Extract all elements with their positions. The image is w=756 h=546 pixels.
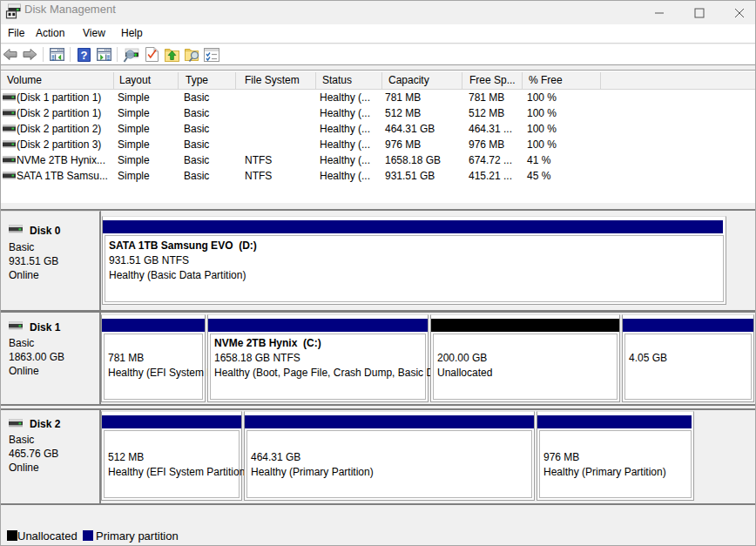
svg-text:?: ? [81,49,88,62]
